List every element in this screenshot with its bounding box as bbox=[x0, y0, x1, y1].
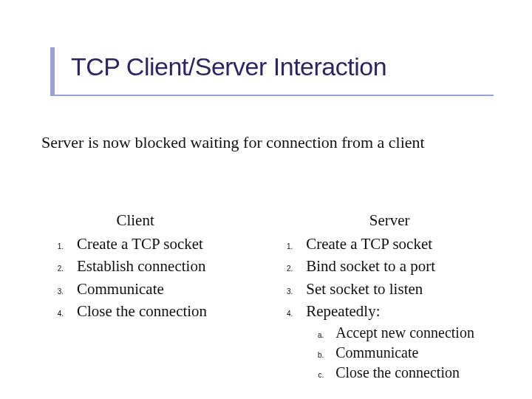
list-item: 2. Establish connection bbox=[35, 256, 235, 276]
list-text: Establish connection bbox=[77, 256, 205, 276]
list-item: 1. Create a TCP socket bbox=[265, 234, 514, 253]
list-item: 4. Close the connection bbox=[35, 301, 235, 321]
list-item: 1. Create a TCP socket bbox=[35, 234, 235, 253]
sublist-item: c. Close the connection bbox=[265, 364, 514, 382]
sublist-text: Accept new connection bbox=[335, 324, 474, 342]
sublist-item: b. Communicate bbox=[265, 344, 514, 362]
sublist-letter: c. bbox=[265, 371, 335, 379]
content-columns: Client 1. Create a TCP socket 2. Establi… bbox=[35, 211, 514, 383]
sublist-letter: a. bbox=[265, 331, 335, 339]
list-text: Create a TCP socket bbox=[306, 234, 432, 253]
list-text: Set socket to listen bbox=[306, 279, 423, 299]
list-item: 2. Bind socket to a port bbox=[265, 256, 514, 276]
title-block: TCP Client/Server Interaction bbox=[50, 53, 510, 81]
client-column: Client 1. Create a TCP socket 2. Establi… bbox=[35, 211, 235, 383]
list-number: 3. bbox=[35, 287, 77, 296]
list-text: Communicate bbox=[77, 279, 164, 299]
sublist-text: Communicate bbox=[335, 344, 418, 362]
client-heading: Client bbox=[35, 211, 235, 230]
list-text: Repeatedly: bbox=[306, 301, 380, 321]
server-heading: Server bbox=[265, 211, 514, 230]
sublist-item: a. Accept new connection bbox=[265, 324, 514, 342]
slide-title: TCP Client/Server Interaction bbox=[50, 53, 510, 81]
list-number: 4. bbox=[35, 310, 77, 318]
list-item: 3. Set socket to listen bbox=[265, 279, 514, 299]
title-underline bbox=[50, 95, 494, 96]
list-text: Create a TCP socket bbox=[77, 234, 203, 253]
list-number: 3. bbox=[265, 287, 306, 296]
list-item: 4. Repeatedly: bbox=[265, 301, 514, 321]
list-number: 4. bbox=[265, 310, 306, 318]
list-item: 3. Communicate bbox=[35, 279, 235, 299]
list-text: Bind socket to a port bbox=[306, 256, 435, 276]
list-number: 1. bbox=[265, 242, 306, 250]
title-vertical-rule bbox=[50, 47, 55, 96]
list-number: 2. bbox=[265, 265, 306, 273]
list-number: 1. bbox=[35, 242, 77, 250]
sublist-text: Close the connection bbox=[335, 364, 460, 382]
list-text: Close the connection bbox=[77, 301, 207, 321]
slide-subtitle: Server is now blocked waiting for connec… bbox=[41, 133, 511, 152]
list-number: 2. bbox=[35, 265, 77, 273]
server-column: Server 1. Create a TCP socket 2. Bind so… bbox=[265, 211, 514, 383]
sublist-letter: b. bbox=[265, 351, 335, 359]
